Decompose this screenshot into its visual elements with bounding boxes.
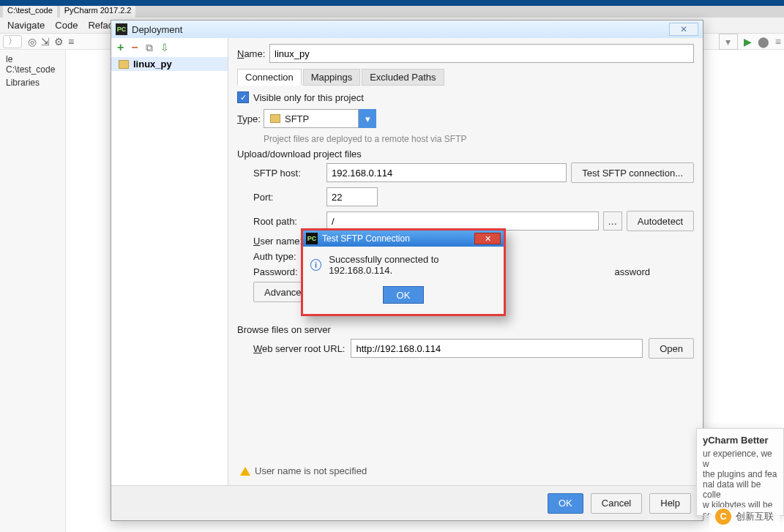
save-password-label-partial: assword [615, 266, 650, 277]
type-select[interactable]: SFTP [264, 109, 359, 128]
more-icon[interactable]: ≡ [775, 36, 781, 48]
dialog-ok-button[interactable]: OK [548, 493, 583, 514]
sftp-host-input[interactable] [326, 163, 567, 182]
server-name: linux_py [133, 59, 172, 70]
project-path[interactable]: le C:\test_code [3, 53, 62, 76]
external-libraries[interactable]: Libraries [3, 76, 62, 89]
path-tab[interactable]: C:\test_code [3, 6, 57, 18]
root-path-label: Root path: [253, 216, 319, 227]
web-root-label: Web server root URL: [253, 343, 345, 354]
info-icon: i [310, 259, 321, 271]
target-icon[interactable]: ◎ [28, 36, 37, 48]
add-icon[interactable]: + [117, 41, 124, 54]
type-dropdown-arrow[interactable]: ▾ [359, 109, 376, 128]
port-input[interactable] [326, 187, 378, 206]
notification-line: the plugins and fea [703, 469, 777, 479]
notification-line: nal data will be colle [703, 479, 777, 500]
app-title-tab: PyCharm 2017.2.2 [60, 6, 136, 18]
visible-only-label: Visible only for this project [253, 92, 364, 103]
browse-root-button[interactable]: … [603, 211, 622, 231]
dialog-close-button[interactable]: ✕ [669, 23, 698, 36]
browse-section-header: Browse files on server [237, 324, 694, 335]
web-root-input[interactable] [351, 339, 643, 358]
popup-app-icon: PC [306, 233, 318, 244]
tab-connection[interactable]: Connection [237, 69, 302, 86]
name-label: Name: [237, 48, 269, 59]
breadcrumb[interactable]: 〉 [3, 35, 22, 48]
type-hint: Project files are deployed to a remote h… [264, 134, 694, 144]
folder-icon [119, 60, 129, 69]
remove-icon[interactable]: − [131, 41, 138, 54]
notification-heading: yCharm Better [703, 435, 777, 446]
tab-mappings[interactable]: Mappings [303, 69, 360, 86]
debug-icon[interactable]: ⬤ [758, 36, 769, 48]
menu-icon[interactable]: ≡ [68, 36, 74, 48]
dialog-cancel-button[interactable]: Cancel [591, 493, 642, 514]
popup-title-text: Test SFTP Connection [322, 233, 410, 244]
copy-icon[interactable]: ⧉ [146, 42, 153, 54]
autodetect-button[interactable]: Autodetect [627, 211, 694, 231]
run-icon[interactable]: ▶ [744, 36, 752, 48]
server-tree-item[interactable]: linux_py [111, 57, 228, 71]
popup-close-button[interactable]: ✕ [474, 233, 501, 244]
dialog-title: Deployment [132, 24, 182, 35]
pycharm-icon: PC [116, 23, 127, 35]
run-config-dropdown[interactable]: ▾ [719, 34, 738, 50]
name-input[interactable] [269, 44, 694, 63]
tab-excluded[interactable]: Excluded Paths [362, 69, 444, 86]
type-label: Type: [237, 113, 264, 124]
menu-code[interactable]: Code [55, 20, 78, 31]
open-button[interactable]: Open [649, 338, 694, 359]
dialog-help-button[interactable]: Help [649, 493, 691, 514]
menu-navigate[interactable]: Navigate [7, 20, 45, 31]
sftp-host-label: SFTP host: [253, 168, 319, 179]
port-label: Port: [253, 192, 319, 203]
popup-message: Successfully connected to 192.168.0.114. [329, 254, 496, 276]
warning-icon [240, 467, 250, 476]
collapse-icon[interactable]: ⇲ [41, 36, 50, 48]
notification-line: ur experience, we w [703, 449, 777, 469]
visible-only-checkbox[interactable]: ✓ [237, 91, 249, 103]
gear-icon[interactable]: ⚙ [54, 36, 64, 48]
popup-ok-button[interactable]: OK [383, 286, 424, 304]
watermark: C 创新互联 [709, 507, 780, 526]
upload-section-header: Upload/download project files [237, 149, 694, 160]
test-connection-button[interactable]: Test SFTP connection... [571, 162, 694, 183]
deploy-icon[interactable]: ⇩ [160, 42, 169, 53]
notification-card[interactable]: yCharm Better ur experience, we w the pl… [696, 428, 784, 516]
test-sftp-popup: PC Test SFTP Connection ✕ i Successfully… [301, 228, 506, 316]
warning-text: User name is not specified [255, 465, 367, 476]
